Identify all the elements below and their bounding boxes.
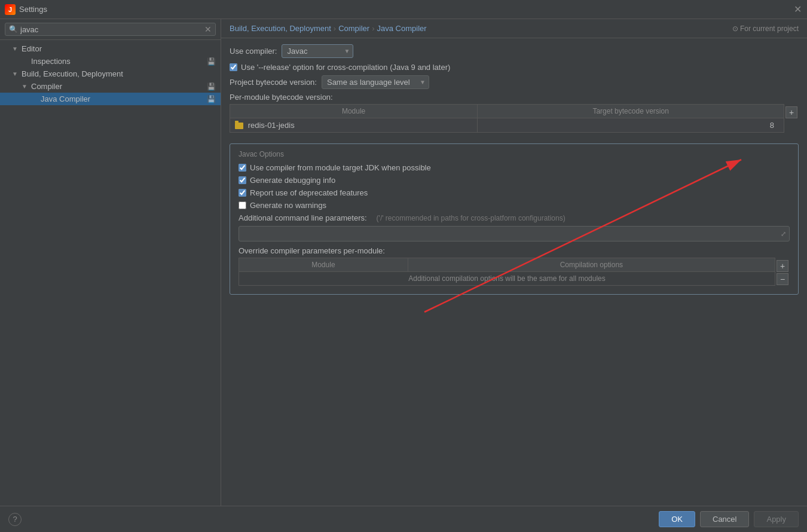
override-module-col: Module: [239, 258, 408, 272]
project-bytecode-row: Project bytecode version: Same as langua…: [230, 75, 799, 89]
cmd-params-row: Additional command line parameters: ('/'…: [239, 213, 790, 222]
per-module-label: Per-module bytecode version:: [230, 93, 799, 102]
breadcrumb-part-3: Java Compiler: [377, 24, 427, 33]
module-table-wrap: Module Target bytecode version redis-01-…: [230, 104, 799, 139]
sidebar: 🔍 ✕ ▼ Editor Inspections 💾 ▼ Build, Exec…: [0, 19, 221, 506]
bytecode-select-wrap[interactable]: Same as language level ▼: [322, 75, 429, 89]
search-input-wrap: 🔍 ✕: [5, 23, 216, 36]
cancel-button[interactable]: Cancel: [700, 511, 749, 527]
folder-icon: [235, 123, 243, 129]
cmd-params-hint: ('/' recommended in paths for cross-plat…: [377, 214, 565, 222]
breadcrumb-part-2: Compiler: [338, 24, 369, 33]
cmd-input[interactable]: [239, 227, 777, 241]
table-row: redis-01-jedis 8: [230, 118, 784, 133]
compiler-select-wrap[interactable]: Javac Eclipse Ajc ▼: [282, 44, 353, 58]
gen-debug-checkbox[interactable]: [239, 176, 246, 184]
sidebar-item-label-build: Build, Execution, Deployment: [22, 69, 123, 78]
close-button[interactable]: ✕: [793, 5, 802, 14]
gen-no-warnings-label: Generate no warnings: [250, 201, 326, 210]
bottom-bar: ? OK Cancel Apply: [0, 506, 807, 532]
title-bar-left: J Settings: [5, 4, 47, 15]
sidebar-item-java-compiler[interactable]: Java Compiler 💾: [0, 93, 221, 105]
override-add-remove: + −: [775, 258, 790, 288]
expand-arrow-compiler: ▼: [22, 83, 29, 90]
panel-body: Use compiler: Javac Eclipse Ajc ▼ Use '-…: [221, 38, 807, 506]
window-title: Settings: [19, 5, 47, 14]
save-icon-compiler: 💾: [207, 82, 216, 91]
search-clear-button[interactable]: ✕: [204, 25, 212, 34]
target-version-cell: 8: [478, 118, 784, 133]
dialog-buttons: OK Cancel Apply: [659, 511, 799, 527]
search-bar: 🔍 ✕: [0, 19, 221, 40]
override-label: Override compiler parameters per-module:: [239, 246, 790, 255]
expand-arrow-editor: ▼: [12, 45, 19, 52]
apply-button[interactable]: Apply: [754, 511, 799, 527]
compiler-select[interactable]: Javac Eclipse Ajc: [282, 44, 353, 58]
release-option-row: Use '--release' option for cross-compila…: [230, 63, 799, 72]
release-option-checkbox[interactable]: [230, 63, 237, 71]
javac-options-box: Javac Options Use compiler from module t…: [230, 143, 799, 295]
override-table-wrap: Module Compilation options Additional co…: [239, 258, 790, 288]
help-button[interactable]: ?: [8, 513, 22, 526]
report-deprecated-label: Report use of deprecated features: [250, 188, 368, 197]
override-options-col: Compilation options: [408, 258, 775, 272]
sidebar-item-build[interactable]: ▼ Build, Execution, Deployment: [0, 68, 221, 80]
save-icon-inspections: 💾: [207, 57, 216, 66]
module-add-button[interactable]: +: [785, 106, 797, 118]
project-bytecode-label: Project bytecode version:: [230, 78, 317, 87]
module-name-cell: redis-01-jedis: [230, 118, 478, 133]
expand-button[interactable]: ⤢: [777, 228, 789, 240]
module-col-header: Module: [230, 105, 478, 118]
cmd-params-label: Additional command line parameters:: [239, 213, 367, 222]
module-add-remove: +: [784, 104, 799, 121]
bytecode-select[interactable]: Same as language level: [322, 75, 429, 89]
ok-button[interactable]: OK: [659, 511, 695, 527]
sidebar-tree: ▼ Editor Inspections 💾 ▼ Build, Executio…: [0, 40, 221, 506]
gen-no-warnings-checkbox[interactable]: [239, 201, 246, 209]
search-input[interactable]: [20, 25, 202, 34]
sidebar-item-label-compiler: Compiler: [31, 82, 62, 91]
sidebar-item-editor[interactable]: ▼ Editor: [0, 42, 221, 55]
use-module-jdk-row: Use compiler from module target JDK when…: [239, 163, 790, 172]
main-content: 🔍 ✕ ▼ Editor Inspections 💾 ▼ Build, Exec…: [0, 19, 807, 506]
breadcrumb: Build, Execution, Deployment › Compiler …: [221, 19, 807, 38]
right-panel: Build, Execution, Deployment › Compiler …: [221, 19, 807, 506]
gen-debug-label: Generate debugging info: [250, 176, 335, 185]
override-table: Module Compilation options Additional co…: [239, 258, 775, 286]
override-empty-msg: Additional compilation options will be t…: [239, 272, 775, 286]
expand-arrow-build: ▼: [12, 71, 19, 77]
use-module-jdk-checkbox[interactable]: [239, 164, 246, 172]
sidebar-item-label-java-compiler: Java Compiler: [41, 94, 90, 103]
sidebar-item-inspections[interactable]: Inspections 💾: [0, 55, 221, 68]
override-empty-row: Additional compilation options will be t…: [239, 272, 775, 286]
override-remove-button[interactable]: −: [777, 273, 788, 285]
release-option-label: Use '--release' option for cross-compila…: [241, 63, 450, 72]
javac-options-title: Javac Options: [239, 150, 790, 158]
search-icon: 🔍: [9, 25, 18, 33]
gen-debug-row: Generate debugging info: [239, 176, 790, 185]
module-name: redis-01-jedis: [248, 121, 295, 130]
use-compiler-row: Use compiler: Javac Eclipse Ajc ▼: [230, 44, 799, 58]
override-add-button[interactable]: +: [777, 260, 788, 272]
sidebar-item-label-inspections: Inspections: [31, 57, 71, 66]
title-bar: J Settings ✕: [0, 0, 807, 19]
use-module-jdk-label: Use compiler from module target JDK when…: [250, 163, 431, 172]
use-compiler-label: Use compiler:: [230, 47, 277, 56]
gen-no-warnings-row: Generate no warnings: [239, 201, 790, 210]
report-deprecated-checkbox[interactable]: [239, 189, 246, 197]
breadcrumb-part-1: Build, Execution, Deployment: [230, 24, 331, 33]
app-icon: J: [5, 4, 16, 15]
sidebar-item-compiler[interactable]: ▼ Compiler 💾: [0, 80, 221, 93]
for-project-badge: ⊙ For current project: [732, 25, 799, 33]
target-col-header: Target bytecode version: [478, 105, 784, 118]
breadcrumb-sep-1: ›: [334, 24, 336, 33]
cmd-input-wrap: ⤢: [239, 226, 790, 241]
breadcrumb-sep-2: ›: [372, 24, 374, 33]
report-deprecated-row: Report use of deprecated features: [239, 188, 790, 197]
sidebar-item-label-editor: Editor: [22, 44, 42, 53]
save-icon-java-compiler: 💾: [207, 95, 216, 103]
module-table: Module Target bytecode version redis-01-…: [230, 104, 784, 133]
